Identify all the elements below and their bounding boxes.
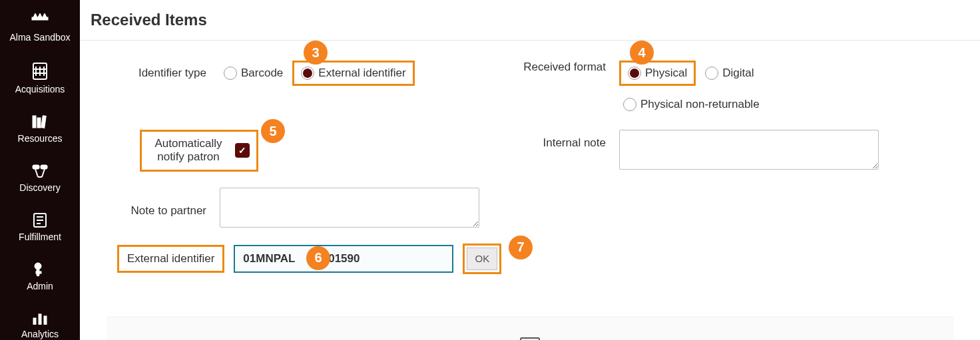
discovery-icon bbox=[31, 164, 49, 178]
sidebar-item-admin[interactable]: Admin bbox=[0, 254, 80, 303]
sidebar-item-label: Discovery bbox=[19, 182, 60, 193]
auto-notify-label: Automatically notify patron bbox=[148, 137, 228, 164]
radio-unselected-icon bbox=[224, 67, 237, 80]
sidebar-item-label: Resources bbox=[18, 133, 63, 144]
form-area: Identifier type Barcode External identif… bbox=[80, 41, 980, 303]
svg-marker-2 bbox=[43, 13, 47, 17]
acquisitions-icon bbox=[33, 63, 47, 80]
svg-line-16 bbox=[42, 169, 45, 177]
callout-3: 3 bbox=[304, 41, 328, 65]
admin-icon bbox=[34, 262, 46, 277]
sidebar-item-alma-sandbox[interactable]: Alma Sandbox bbox=[0, 5, 80, 55]
radio-label: Physical non-returnable bbox=[640, 98, 760, 111]
radio-label: Digital bbox=[722, 67, 754, 80]
sidebar-item-acquisitions[interactable]: Acquisitions bbox=[0, 55, 80, 106]
received-format-physical[interactable]: Physical bbox=[619, 61, 696, 86]
radio-selected-icon bbox=[301, 67, 314, 80]
identifier-type-label: Identifier type bbox=[107, 67, 220, 80]
svg-line-15 bbox=[35, 169, 38, 177]
received-format-group: Physical Digital Physical non-returnable bbox=[619, 61, 764, 114]
svg-rect-24 bbox=[36, 271, 41, 273]
received-format-digital[interactable]: Digital bbox=[701, 64, 758, 83]
external-identifier-input[interactable] bbox=[234, 245, 453, 273]
results-area: No records were found. bbox=[107, 317, 953, 340]
ok-button[interactable]: OK bbox=[467, 248, 497, 270]
checkbox-checked-icon: ✓ bbox=[235, 143, 250, 158]
note-to-partner-label: Note to partner bbox=[107, 198, 220, 218]
svg-rect-10 bbox=[33, 116, 36, 128]
svg-rect-27 bbox=[44, 316, 47, 325]
auto-notify-checkbox-wrap[interactable]: Automatically notify patron ✓ bbox=[140, 130, 258, 172]
ok-button-highlight: OK bbox=[463, 244, 501, 274]
sidebar-nav: Alma Sandbox Acquisitions Resources Disc… bbox=[0, 0, 80, 340]
received-format-physical-nr[interactable]: Physical non-returnable bbox=[619, 95, 764, 114]
callout-4: 4 bbox=[630, 41, 654, 65]
resources-icon bbox=[31, 114, 49, 129]
fulfillment-icon bbox=[32, 213, 48, 228]
svg-marker-1 bbox=[33, 13, 37, 17]
svg-rect-11 bbox=[37, 118, 41, 128]
sidebar-item-discovery[interactable]: Discovery bbox=[0, 156, 80, 205]
radio-unselected-icon bbox=[623, 98, 636, 111]
received-format-label: Received format bbox=[506, 61, 619, 74]
external-identifier-label: External identifier bbox=[117, 245, 224, 273]
note-to-partner-input[interactable] bbox=[220, 188, 479, 228]
page-title: Received Items bbox=[80, 11, 980, 41]
radio-selected-icon bbox=[628, 67, 641, 80]
svg-rect-14 bbox=[41, 165, 47, 169]
svg-rect-26 bbox=[39, 314, 41, 325]
svg-marker-3 bbox=[38, 13, 42, 17]
callout-7: 7 bbox=[509, 236, 533, 259]
empty-results-icon bbox=[107, 337, 953, 340]
sidebar-item-analytics[interactable]: Analytics bbox=[0, 303, 80, 340]
identifier-type-barcode[interactable]: Barcode bbox=[220, 64, 287, 83]
radio-unselected-icon bbox=[705, 67, 718, 80]
sidebar-item-label: Admin bbox=[27, 281, 53, 291]
radio-label: External identifier bbox=[318, 67, 405, 80]
svg-rect-25 bbox=[33, 318, 36, 325]
sidebar-item-label: Analytics bbox=[21, 329, 59, 339]
callout-5: 5 bbox=[261, 119, 285, 143]
internal-note-input[interactable] bbox=[619, 130, 879, 170]
radio-label: Physical bbox=[645, 67, 687, 80]
sidebar-item-label: Fulfillment bbox=[19, 232, 61, 242]
sidebar-item-label: Alma Sandbox bbox=[9, 32, 70, 43]
callout-6: 6 bbox=[306, 246, 330, 270]
alma-sandbox-icon bbox=[31, 13, 49, 28]
svg-rect-12 bbox=[41, 116, 46, 128]
svg-rect-13 bbox=[33, 165, 39, 169]
identifier-type-external[interactable]: External identifier bbox=[292, 61, 414, 86]
radio-label: Barcode bbox=[241, 67, 283, 80]
internal-note-label: Internal note bbox=[506, 130, 619, 150]
sidebar-item-label: Acquisitions bbox=[15, 84, 65, 94]
sidebar-item-resources[interactable]: Resources bbox=[0, 106, 80, 156]
main-content: Received Items Identifier type Barcode E… bbox=[80, 0, 980, 340]
sidebar-item-fulfillment[interactable]: Fulfillment bbox=[0, 205, 80, 254]
analytics-icon bbox=[32, 311, 48, 325]
svg-rect-0 bbox=[32, 17, 48, 20]
